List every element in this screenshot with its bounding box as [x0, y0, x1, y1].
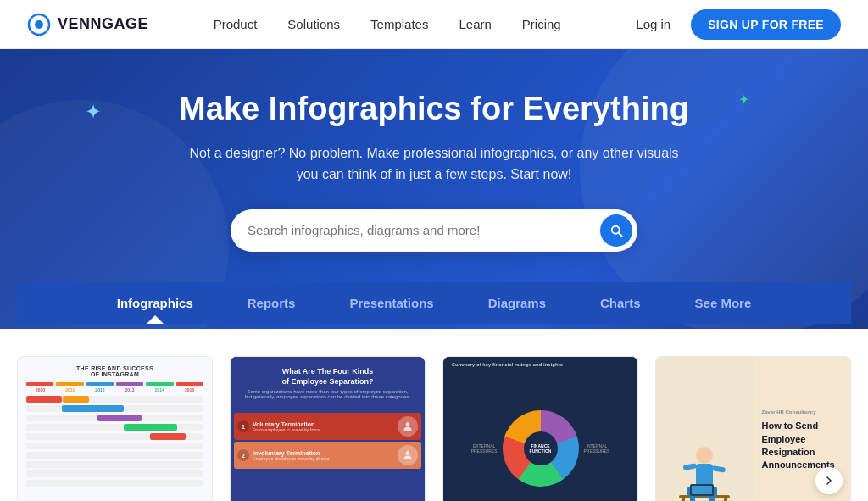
internal-label: INTERNALPRESSURES: [584, 443, 610, 454]
svg-point-10: [696, 447, 713, 464]
search-button[interactable]: [600, 214, 632, 247]
nav-links: Product Solutions Templates Learn Pricin…: [202, 12, 573, 36]
nav-templates[interactable]: Templates: [359, 12, 440, 36]
navbar: VENNGAGE Product Solutions Templates Lea…: [0, 0, 868, 49]
hero-subtitle: Not a designer? No problem. Make profess…: [180, 142, 688, 186]
nav-actions: Log in SIGN UP FOR FREE: [626, 9, 841, 40]
process-items: 1 Voluntary Termination From employee to…: [231, 409, 425, 501]
edu-img-title: How to Send Employee Resignation Announc…: [762, 420, 843, 472]
edu-left: [656, 357, 754, 501]
comparison-chart-area: EXTERNALPRESSURES FINANCE FUNCTION INTER…: [465, 372, 617, 501]
cards-wrapper: THE RISE AND SUCCESSOF INSTAGRAM 2010 20…: [17, 356, 851, 501]
wheel-chart: FINANCE FUNCTION: [503, 410, 579, 487]
edu-person-illustration: [675, 423, 734, 501]
svg-point-3: [406, 452, 410, 456]
tab-see-more[interactable]: See More: [668, 282, 779, 324]
tab-presentations[interactable]: Presentations: [322, 282, 460, 324]
card-timeline[interactable]: THE RISE AND SUCCESSOF INSTAGRAM 2010 20…: [17, 356, 213, 501]
nav-product[interactable]: Product: [202, 12, 270, 36]
svg-rect-12: [683, 463, 698, 470]
process-desc-2: Employee decides to leave by choice: [253, 456, 330, 461]
comparison-header-bg: Summary of key financial ratings and ins…: [443, 357, 637, 372]
process-img-subtitle: Some organizations have more than four t…: [241, 389, 415, 399]
logo-icon: [27, 13, 51, 36]
tab-charts[interactable]: Charts: [573, 282, 668, 324]
cards-section: THE RISE AND SUCCESSOF INSTAGRAM 2010 20…: [0, 329, 868, 501]
search-input[interactable]: [248, 223, 600, 237]
tab-infographics[interactable]: Infographics: [90, 282, 220, 324]
card-img-comparison: Summary of key financial ratings and ins…: [442, 356, 638, 501]
svg-rect-11: [696, 464, 713, 487]
search-icon: [609, 223, 624, 238]
card-img-timeline: THE RISE AND SUCCESSOF INSTAGRAM 2010 20…: [17, 356, 213, 501]
chevron-right-icon: [822, 474, 836, 487]
svg-point-1: [35, 20, 43, 29]
svg-point-2: [406, 423, 410, 427]
nav-solutions[interactable]: Solutions: [275, 12, 352, 36]
brand-name: VENNGAGE: [58, 15, 148, 33]
nav-learn[interactable]: Learn: [447, 12, 503, 36]
process-label-1: Voluntary Termination: [253, 421, 320, 427]
process-title-area: What Are The Four Kindsof Employee Separ…: [231, 357, 425, 409]
login-button[interactable]: Log in: [626, 12, 681, 36]
external-label: EXTERNALPRESSURES: [471, 443, 498, 454]
process-item-2: 2 Involuntary Termination Employee decid…: [234, 442, 421, 469]
category-tabs: Infographics Reports Presentations Diagr…: [17, 282, 851, 324]
timeline-year-row: [26, 382, 203, 386]
tab-reports[interactable]: Reports: [220, 282, 323, 324]
comparison-img-header: Summary of key financial ratings and ins…: [452, 362, 629, 367]
svg-rect-15: [692, 486, 712, 494]
next-arrow-button[interactable]: [815, 467, 843, 494]
timeline-img-title: THE RISE AND SUCCESSOF INSTAGRAM: [26, 365, 203, 377]
svg-rect-8: [690, 497, 695, 501]
search-wrapper: [17, 209, 851, 252]
wheel-outer: FINANCE FUNCTION: [503, 410, 579, 487]
hero-section: ✦ ✦ Make Infographics for Everything Not…: [0, 49, 868, 329]
signup-button[interactable]: SIGN UP FOR FREE: [691, 9, 841, 40]
logo[interactable]: VENNGAGE: [27, 13, 148, 36]
wheel-inner: FINANCE FUNCTION: [524, 431, 558, 465]
edu-company: Zavar HR Consultancy: [762, 409, 843, 415]
card-img-process: What Are The Four Kindsof Employee Separ…: [230, 356, 426, 501]
svg-rect-13: [712, 465, 726, 473]
cards-container: THE RISE AND SUCCESSOF INSTAGRAM 2010 20…: [17, 356, 851, 501]
process-img-title: What Are The Four Kindsof Employee Separ…: [241, 367, 415, 387]
hero-title: Make Infographics for Everything: [17, 90, 851, 129]
process-desc-1: From employee to leave by force: [253, 427, 320, 432]
process-label-2: Involuntary Termination: [253, 450, 330, 456]
svg-rect-9: [709, 497, 715, 501]
tab-diagrams[interactable]: Diagrams: [461, 282, 573, 324]
process-icon-2: [398, 445, 418, 465]
card-comparison[interactable]: Summary of key financial ratings and ins…: [442, 356, 638, 501]
nav-pricing[interactable]: Pricing: [510, 12, 573, 36]
process-item-1: 1 Voluntary Termination From employee to…: [234, 413, 421, 440]
hero-content: Make Infographics for Everything Not a d…: [17, 90, 851, 252]
card-process[interactable]: What Are The Four Kindsof Employee Separ…: [230, 356, 426, 501]
process-icon-1: [398, 416, 418, 437]
search-bar: [231, 209, 637, 252]
